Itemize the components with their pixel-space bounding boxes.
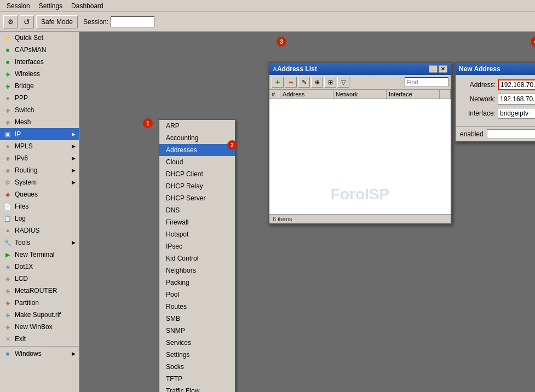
submenu-neighbors[interactable]: Neighbors bbox=[159, 264, 235, 276]
address-list-toolbar: + − ✎ ⊕ ⊞ ▽ bbox=[269, 75, 451, 90]
sidebar-item-new-winbox[interactable]: ◈ New WinBox bbox=[0, 321, 79, 333]
submenu-hotspot[interactable]: Hotspot bbox=[159, 228, 235, 240]
form-content: Address: Network: ▾ Interface: ▾ OK bbox=[456, 75, 535, 126]
sidebar-item-exit[interactable]: ✕ Exit bbox=[0, 333, 79, 345]
bridge-icon: ◈ bbox=[3, 82, 12, 90]
sidebar-item-system[interactable]: ⚙ System ▶ bbox=[0, 176, 79, 188]
sidebar-item-interfaces[interactable]: ■ Interfaces bbox=[0, 56, 79, 68]
tools-icon: 🔧 bbox=[3, 238, 12, 247]
close-button[interactable]: ✕ bbox=[439, 65, 447, 73]
submenu-addresses[interactable]: Addresses bbox=[159, 144, 235, 156]
network-input[interactable] bbox=[498, 94, 535, 105]
th-network: Network bbox=[333, 90, 387, 99]
submenu-dhcp-server[interactable]: DHCP Server bbox=[159, 192, 235, 204]
submenu-settings[interactable]: Settings bbox=[159, 349, 235, 361]
sidebar-item-radius[interactable]: ● RADIUS bbox=[0, 224, 79, 237]
submenu-packing[interactable]: Packing bbox=[159, 276, 235, 289]
minimize-button[interactable]: _ bbox=[429, 65, 438, 73]
tools-arrow: ▶ bbox=[72, 240, 76, 245]
submenu-routes[interactable]: Routes bbox=[159, 301, 235, 313]
sidebar-item-dot1x[interactable]: ◈ Dot1X bbox=[0, 261, 79, 273]
toolbar-icon2[interactable]: ↺ bbox=[20, 15, 34, 28]
sidebar-item-new-terminal[interactable]: ▶ New Terminal bbox=[0, 249, 79, 261]
menu-bar: Session Settings Dashboard bbox=[0, 0, 535, 12]
sidebar-item-partition[interactable]: ◈ Partition bbox=[0, 297, 79, 309]
quick-set-icon: ⚡ bbox=[3, 33, 12, 42]
submenu-smb[interactable]: SMB bbox=[159, 313, 235, 325]
sidebar-item-switch[interactable]: ◈ Switch bbox=[0, 104, 79, 116]
sidebar-item-log[interactable]: 📋 Log bbox=[0, 212, 79, 224]
capsman-icon: ■ bbox=[3, 45, 12, 54]
remove-toolbar-button[interactable]: − bbox=[285, 77, 297, 88]
address-list-title: Address List bbox=[277, 65, 429, 73]
submenu-services[interactable]: Services bbox=[159, 337, 235, 349]
sidebar-item-ipv6[interactable]: ◈ IPv6 ▶ bbox=[0, 152, 79, 164]
submenu-accounting[interactable]: Accounting bbox=[159, 132, 235, 144]
toolbar-icon1[interactable]: ⚙ bbox=[3, 15, 18, 28]
sidebar-label-wireless: Wireless bbox=[15, 70, 40, 78]
system-icon: ⚙ bbox=[3, 178, 12, 187]
submenu-dns[interactable]: DNS bbox=[159, 204, 235, 216]
table-body[interactable]: ForoISP bbox=[269, 99, 451, 214]
sidebar-item-files[interactable]: 📄 Files bbox=[0, 200, 79, 212]
menu-settings[interactable]: Settings bbox=[34, 1, 67, 11]
filter-button[interactable]: ▽ bbox=[337, 77, 349, 88]
sidebar-item-mpls[interactable]: ● MPLS ▶ bbox=[0, 140, 79, 152]
submenu-traffic-flow[interactable]: Traffic Flow bbox=[159, 385, 235, 392]
sidebar-label-partition: Partition bbox=[15, 299, 39, 307]
submenu-firewall[interactable]: Firewall bbox=[159, 216, 235, 228]
exit-icon: ✕ bbox=[3, 335, 12, 343]
menu-session[interactable]: Session bbox=[2, 1, 34, 11]
paste-button[interactable]: ⊞ bbox=[324, 77, 336, 88]
sidebar-item-windows[interactable]: ■ Windows ▶ bbox=[0, 348, 79, 360]
sidebar-label-mpls: MPLS bbox=[15, 142, 33, 150]
submenu-dhcp-relay[interactable]: DHCP Relay bbox=[159, 180, 235, 192]
sidebar-item-routing[interactable]: ◈ Routing ▶ bbox=[0, 164, 79, 176]
sidebar-item-queues[interactable]: ◈ Queues bbox=[0, 188, 79, 200]
submenu-dhcp-client[interactable]: DHCP Client bbox=[159, 168, 235, 180]
safe-mode-button[interactable]: Safe Mode bbox=[36, 15, 78, 28]
sidebar-label-interfaces: Interfaces bbox=[15, 58, 44, 66]
sidebar-label-quick-set: Quick Set bbox=[15, 34, 43, 42]
interface-input[interactable] bbox=[498, 108, 535, 119]
mesh-icon: ◈ bbox=[3, 118, 12, 126]
sidebar-item-make-supout[interactable]: ◈ Make Supout.rif bbox=[0, 309, 79, 321]
menu-dashboard[interactable]: Dashboard bbox=[67, 1, 108, 11]
queues-icon: ◈ bbox=[3, 190, 12, 199]
edit-button[interactable]: ✎ bbox=[298, 77, 310, 88]
sidebar-label-files: Files bbox=[15, 203, 28, 210]
sidebar-item-mesh[interactable]: ◈ Mesh bbox=[0, 116, 79, 128]
submenu-arp[interactable]: ARP bbox=[159, 120, 235, 132]
session-input[interactable] bbox=[111, 16, 154, 27]
copy-toolbar-button[interactable]: ⊕ bbox=[311, 77, 323, 88]
sidebar-item-quick-set[interactable]: ⚡ Quick Set bbox=[0, 32, 79, 44]
sidebar-item-ppp[interactable]: ● PPP bbox=[0, 92, 79, 104]
sidebar-item-tools[interactable]: 🔧 Tools ▶ bbox=[0, 237, 79, 249]
submenu-kid-control[interactable]: Kid Control bbox=[159, 252, 235, 264]
sidebar-item-wireless[interactable]: ◈ Wireless bbox=[0, 68, 79, 80]
sidebar-item-lcd[interactable]: ◈ LCD bbox=[0, 273, 79, 285]
sidebar-item-metarouter[interactable]: ◈ MetaROUTER bbox=[0, 285, 79, 297]
annotation-3: 3 bbox=[277, 37, 286, 47]
enabled-input[interactable] bbox=[487, 129, 535, 139]
sidebar-item-capsman[interactable]: ■ CAPsMAN bbox=[0, 44, 79, 56]
mpls-icon: ● bbox=[3, 142, 12, 151]
system-arrow: ▶ bbox=[72, 180, 76, 185]
new-terminal-icon: ▶ bbox=[3, 250, 12, 259]
sidebar-item-bridge[interactable]: ◈ Bridge bbox=[0, 80, 79, 92]
submenu-snmp[interactable]: SNMP bbox=[159, 325, 235, 337]
submenu-pool[interactable]: Pool bbox=[159, 289, 235, 301]
sidebar-label-exit: Exit bbox=[15, 335, 26, 343]
submenu-cloud[interactable]: Cloud bbox=[159, 156, 235, 168]
add-button[interactable]: + bbox=[272, 77, 284, 88]
submenu-socks[interactable]: Socks bbox=[159, 361, 235, 373]
submenu-tftp[interactable]: TFTP bbox=[159, 373, 235, 385]
sidebar-item-ip[interactable]: ▣ IP ▶ bbox=[0, 128, 79, 140]
sidebar-label-new-winbox: New WinBox bbox=[15, 323, 53, 331]
sidebar-label-metarouter: MetaROUTER bbox=[15, 287, 57, 295]
sidebar-label-lcd: LCD bbox=[15, 275, 28, 283]
find-input[interactable] bbox=[405, 77, 448, 87]
submenu-ipsec[interactable]: IPsec bbox=[159, 240, 235, 252]
form-row-address: Address: bbox=[460, 79, 535, 90]
address-input[interactable] bbox=[498, 79, 535, 90]
